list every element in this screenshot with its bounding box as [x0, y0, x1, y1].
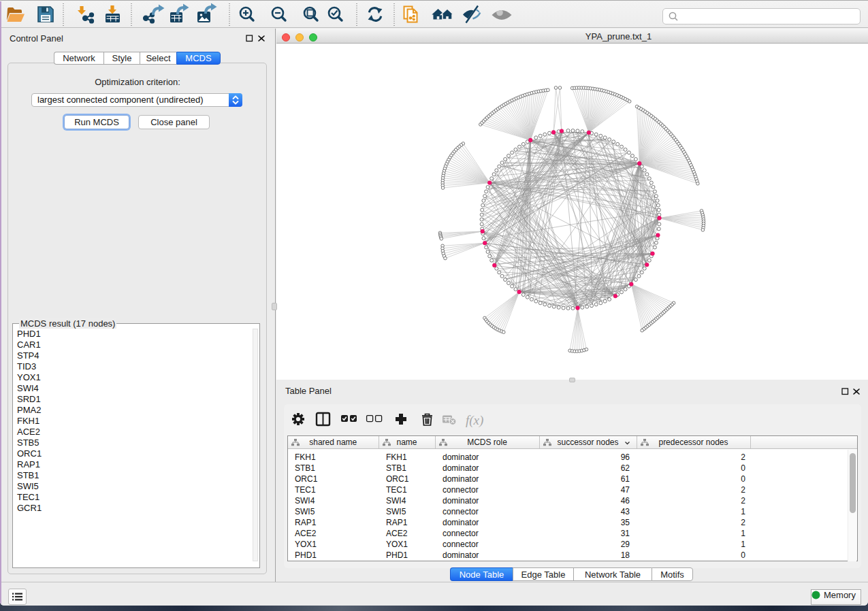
svg-text:f(x): f(x)	[466, 413, 483, 428]
